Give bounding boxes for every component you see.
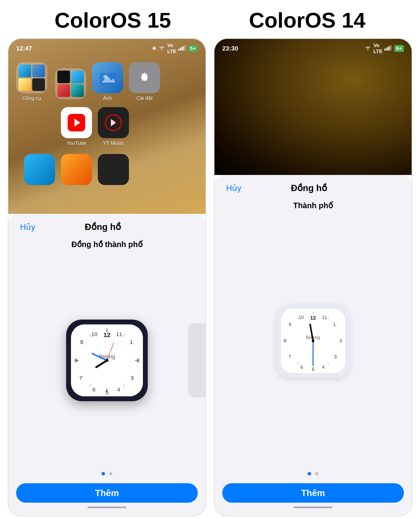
right-dot-1-active <box>308 472 311 475</box>
ytmusic-icon <box>98 107 129 138</box>
left-phone-frame: 12:47 ✳ VoLTE <box>8 38 206 517</box>
left-clock-face: 12 1 2 3 4 5 6 7 8 9 10 11 <box>71 324 143 396</box>
f2-icon3 <box>57 84 70 97</box>
right-bottom-sheet: Hủy Đồng hồ Thành phố <box>214 175 412 516</box>
svg-text:2: 2 <box>339 338 342 343</box>
svg-rect-0 <box>178 49 180 51</box>
battery-icon: 5+ <box>188 45 198 52</box>
left-dots-indicator <box>8 472 206 475</box>
svg-rect-43 <box>384 49 386 51</box>
svg-text:6: 6 <box>92 387 96 393</box>
left-sheet-title: Đồng hồ <box>85 222 121 232</box>
weather-mini-icon <box>18 65 31 77</box>
left-clock-area: 12 1 2 3 4 5 6 7 8 9 10 11 <box>8 257 206 464</box>
app-anh[interactable]: Ánh <box>92 62 123 101</box>
right-clock-area: 12 1 2 3 4 5 6 7 8 9 10 11 <box>214 218 412 464</box>
svg-rect-46 <box>390 45 392 51</box>
left-clock-widget: 12 1 2 3 4 5 6 7 8 9 10 11 <box>66 319 148 401</box>
right-sheet-header: Hủy Đồng hồ <box>214 175 412 197</box>
f2-icon1 <box>57 71 70 83</box>
dock-row <box>16 152 198 187</box>
svg-text:12: 12 <box>310 315 316 321</box>
mail-dock-icon[interactable] <box>24 154 55 185</box>
right-dots-indicator <box>214 472 412 475</box>
f2-icon2 <box>71 71 84 83</box>
youtube-label: YouTube <box>67 140 86 146</box>
bluetooth-icon: ✳ <box>152 45 156 52</box>
svg-text:11: 11 <box>116 331 122 337</box>
folder-cong-cu[interactable]: Công cụ <box>16 62 47 101</box>
right-clock-face: 12 1 2 3 4 5 6 7 8 9 10 11 <box>281 309 345 373</box>
right-bars-icon <box>384 45 392 52</box>
svg-text:3: 3 <box>334 354 337 359</box>
left-clock-subtitle: Đồng hồ thành phố <box>8 240 206 249</box>
svg-rect-44 <box>386 47 388 51</box>
svg-text:9: 9 <box>80 339 83 345</box>
svg-text:3: 3 <box>131 375 134 381</box>
svg-text:8: 8 <box>284 338 286 343</box>
right-time: 23:30 <box>222 45 238 52</box>
orange-dock-icon[interactable] <box>61 154 92 185</box>
svg-rect-3 <box>184 45 186 51</box>
right-status-icons: VoLTE 6+ <box>364 42 404 54</box>
right-homescreen: 23:30 VoLTE <box>214 39 412 175</box>
svg-text:1: 1 <box>130 339 133 345</box>
right-status-bar: 23:30 VoLTE <box>214 39 412 56</box>
svg-text:11: 11 <box>322 315 327 320</box>
right-sheet-title: Đồng hồ <box>291 183 327 193</box>
svg-text:5: 5 <box>312 367 314 372</box>
svg-text:10: 10 <box>91 331 97 337</box>
ytmusic-label: YT Music <box>103 140 124 146</box>
youtube-icon <box>61 107 92 138</box>
black-mini-icon <box>32 78 45 91</box>
svg-point-75 <box>312 340 315 342</box>
right-cancel-button[interactable]: Hủy <box>226 183 241 193</box>
left-add-button[interactable]: Thêm <box>16 483 198 503</box>
left-bottom-sheet: Hủy Đồng hồ Đồng hồ thành phố <box>8 214 206 516</box>
left-time: 12:47 <box>16 45 32 52</box>
left-sheet-header: Hủy Đồng hồ <box>8 214 206 236</box>
svg-text:Beijing: Beijing <box>99 354 115 360</box>
svg-text:7: 7 <box>79 375 82 381</box>
svg-rect-45 <box>388 46 390 51</box>
left-title: ColorOS 15 <box>54 8 171 32</box>
svg-text:5: 5 <box>105 390 108 396</box>
folder-icon-grid <box>16 62 47 93</box>
dark-dock-icon[interactable] <box>98 154 129 185</box>
svg-rect-2 <box>182 46 184 51</box>
dot-2-inactive <box>109 472 112 475</box>
left-homescreen: 12:47 ✳ VoLTE <box>8 39 206 214</box>
anh-label: Ánh <box>103 95 112 101</box>
app-ytmusic[interactable]: YT Music <box>98 107 129 146</box>
signal-icon: VoLTE <box>167 42 176 54</box>
svg-text:9: 9 <box>289 322 291 327</box>
svg-text:10: 10 <box>299 315 304 320</box>
svg-text:1: 1 <box>333 322 336 327</box>
folder-2[interactable] <box>55 68 86 101</box>
svg-text:7: 7 <box>289 354 291 359</box>
right-dot-2-inactive <box>315 472 318 475</box>
files-mini-icon <box>32 65 45 77</box>
dot-1-active <box>102 472 105 475</box>
svg-point-42 <box>105 359 108 362</box>
app-row-2: YouTube YT Music <box>16 107 198 146</box>
left-cancel-button[interactable]: Hủy <box>20 222 35 232</box>
right-signal-icon: VoLTE <box>373 42 382 54</box>
left-status-icons: ✳ VoLTE <box>152 42 198 54</box>
blurry-wallpaper <box>214 39 412 175</box>
right-phone-frame: 23:30 VoLTE <box>214 38 412 517</box>
right-add-button[interactable]: Thêm <box>222 483 404 503</box>
folder2-icon-grid <box>55 68 86 99</box>
app-youtube[interactable]: YouTube <box>61 107 92 146</box>
svg-rect-1 <box>180 47 182 51</box>
svg-text:4: 4 <box>322 364 324 370</box>
right-title: ColorOS 14 <box>249 8 365 32</box>
page-titles-row: ColorOS 15 ColorOS 14 <box>0 0 420 38</box>
settings-icon <box>129 62 160 93</box>
svg-text:2: 2 <box>136 357 140 363</box>
wifi-icon <box>158 45 165 52</box>
app-settings[interactable]: Cài đặt <box>129 62 160 101</box>
main-content: 12:47 ✳ VoLTE <box>0 38 420 517</box>
svg-text:4: 4 <box>117 387 120 393</box>
svg-text:8: 8 <box>74 357 77 363</box>
